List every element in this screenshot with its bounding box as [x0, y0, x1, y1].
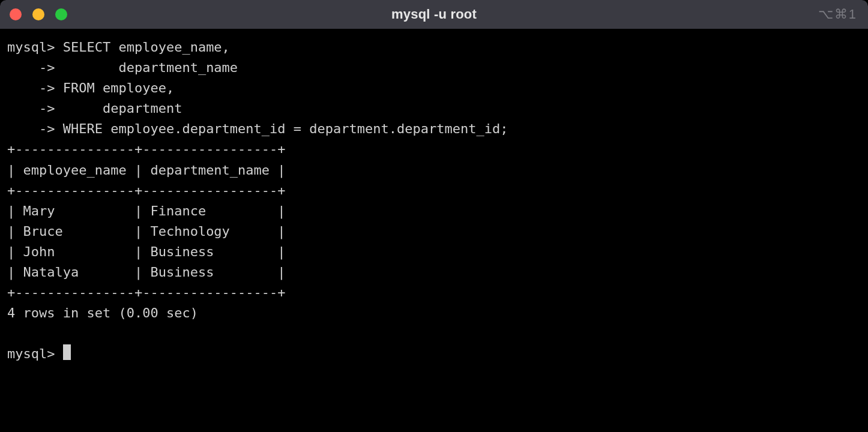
shortcut-hint: ⌥⌘1: [818, 7, 857, 22]
traffic-lights: [10, 8, 67, 20]
terminal-window: mysql -u root ⌥⌘1 mysql> SELECT employee…: [0, 0, 868, 432]
query-line: -> department: [7, 98, 861, 119]
close-icon[interactable]: [10, 8, 22, 20]
minimize-icon[interactable]: [32, 8, 44, 20]
table-border: +---------------+-----------------+: [7, 283, 861, 303]
result-summary: 4 rows in set (0.00 sec): [7, 303, 861, 323]
mysql-prompt: mysql>: [7, 346, 63, 361]
query-line: -> FROM employee,: [7, 78, 861, 98]
query-line: -> WHERE employee.department_id = depart…: [7, 119, 861, 139]
table-border: +---------------+-----------------+: [7, 139, 861, 160]
table-row: | Mary | Finance |: [7, 201, 861, 221]
blank-line: [7, 323, 861, 344]
terminal-body[interactable]: mysql> SELECT employee_name, -> departme…: [0, 29, 868, 432]
query-line: -> department_name: [7, 58, 861, 78]
table-row: | John | Business |: [7, 242, 861, 262]
table-border: +---------------+-----------------+: [7, 181, 861, 201]
query-line: mysql> SELECT employee_name,: [7, 37, 861, 58]
table-header: | employee_name | department_name |: [7, 160, 861, 181]
titlebar: mysql -u root ⌥⌘1: [0, 0, 868, 29]
table-row: | Bruce | Technology |: [7, 221, 861, 242]
window-title: mysql -u root: [0, 7, 868, 22]
maximize-icon[interactable]: [55, 8, 67, 20]
table-row: | Natalya | Business |: [7, 262, 861, 283]
cursor-icon: [63, 344, 71, 360]
